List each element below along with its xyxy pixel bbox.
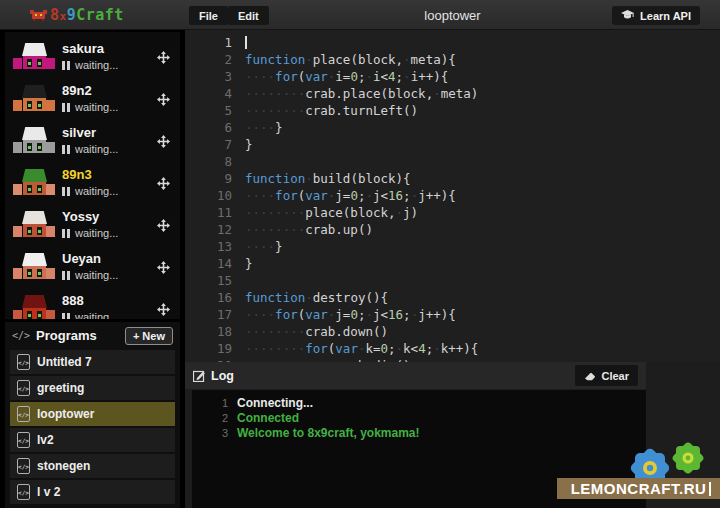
move-agent-icon <box>157 261 170 274</box>
agent-row[interactable]: Yossywaiting... <box>5 205 180 247</box>
line-number: 2 <box>185 51 232 68</box>
clear-log-button[interactable]: Clear <box>575 365 638 386</box>
agent-row[interactable]: Ueyanwaiting... <box>5 247 180 289</box>
code-line: 8 <box>185 153 720 170</box>
agent-status-text: waiting... <box>75 101 118 113</box>
agent-avatar <box>12 84 56 114</box>
top-menu-bar: 8x9Craft File Edit looptower Learn API <box>0 0 720 30</box>
avatar-eye <box>27 311 32 319</box>
code-line: 2function·place(block,·meta){ <box>185 51 720 68</box>
line-number: 13 <box>185 238 232 255</box>
file-code-icon: </> <box>17 380 30 396</box>
agent-status: waiting... <box>62 269 118 281</box>
move-agent-icon <box>157 219 170 232</box>
programs-header: </> Programs + New <box>5 322 180 349</box>
program-list: </>Untitled 7</>greeting</>looptower</>l… <box>5 349 180 504</box>
program-item[interactable]: </>looptower <box>10 402 175 426</box>
avatar-claw <box>46 184 55 195</box>
code-line: 13····} <box>185 238 720 255</box>
code-editor[interactable]: 12function·place(block,·meta){3····for(v… <box>185 30 720 362</box>
learn-api-button[interactable]: Learn API <box>612 6 700 25</box>
agent-row[interactable]: sakurawaiting... <box>5 37 180 79</box>
logo-text: 8x9Craft <box>50 6 124 24</box>
move-agent-button[interactable] <box>157 302 170 315</box>
agent-name: Ueyan <box>62 251 118 266</box>
programs-panel: </> Programs + New </>Untitled 7</>greet… <box>5 322 180 508</box>
program-item[interactable]: </>lv2 <box>10 428 175 452</box>
agent-row[interactable]: 89n3waiting... <box>5 163 180 205</box>
agent-row[interactable]: silverwaiting... <box>5 121 180 163</box>
code-text: ········crab.place(block,·meta) <box>232 85 478 102</box>
program-item-label: lv2 <box>37 433 54 447</box>
move-agent-button[interactable] <box>157 50 170 63</box>
program-item[interactable]: </>l v 2 <box>10 480 175 504</box>
agent-avatar <box>12 210 56 240</box>
move-agent-button[interactable] <box>157 218 170 231</box>
pause-icon <box>62 145 70 154</box>
log-title: Log <box>211 369 234 383</box>
agent-status-text: waiting... <box>75 59 118 71</box>
program-item[interactable]: </>stonegen <box>10 454 175 478</box>
program-item-label: l v 2 <box>37 485 60 499</box>
code-text: } <box>232 136 253 153</box>
agent-status-text: waiting... <box>75 227 118 239</box>
code-text <box>232 153 245 170</box>
avatar-eye <box>27 143 32 151</box>
move-agent-icon <box>157 135 170 148</box>
code-text: } <box>232 255 253 272</box>
move-agent-icon <box>157 51 170 64</box>
log-line-number: 3 <box>192 427 228 439</box>
line-number: 18 <box>185 323 232 340</box>
pause-icon <box>62 271 70 280</box>
graduation-cap-icon <box>621 10 634 21</box>
code-line: 6····} <box>185 119 720 136</box>
avatar-eye <box>37 101 42 109</box>
move-agent-button[interactable] <box>157 134 170 147</box>
avatar-claw <box>13 142 22 153</box>
file-code-icon: </> <box>17 354 30 370</box>
avatar-shell <box>22 295 47 308</box>
code-text: ········crab.down() <box>232 323 388 340</box>
avatar-eye <box>37 269 42 277</box>
line-number: 3 <box>185 68 232 85</box>
line-number: 10 <box>185 187 232 204</box>
agent-status: waiting... <box>62 311 118 319</box>
agent-avatar <box>12 168 56 198</box>
file-code-icon: </> <box>17 484 30 500</box>
avatar-eye <box>27 59 32 67</box>
avatar-shell <box>22 253 47 266</box>
agent-list: sakurawaiting...89n2waiting...silverwait… <box>5 32 180 319</box>
code-text: ····for(var·j=0;·j<16;·j++){ <box>232 187 456 204</box>
program-item-label: stonegen <box>37 459 90 473</box>
avatar-claw <box>13 100 22 111</box>
line-number: 19 <box>185 340 232 357</box>
move-agent-button[interactable] <box>157 176 170 189</box>
code-text: ····for(var·i=0;·i<4;·i++){ <box>232 68 448 85</box>
new-program-button[interactable]: + New <box>125 327 173 345</box>
log-message: Welcome to 8x9craft, yokmama! <box>237 426 420 440</box>
agent-status: waiting... <box>62 227 118 239</box>
avatar-eye <box>37 227 42 235</box>
agent-name: 89n2 <box>62 83 118 98</box>
agent-status: waiting... <box>62 59 118 71</box>
agent-status: waiting... <box>62 185 118 197</box>
clear-log-label: Clear <box>601 370 629 382</box>
code-line: 1 <box>185 34 720 51</box>
agent-info: 888waiting... <box>62 293 118 319</box>
program-item-label: Untitled 7 <box>37 355 92 369</box>
line-number: 16 <box>185 289 232 306</box>
avatar-eye <box>37 311 42 319</box>
agent-row[interactable]: 888waiting... <box>5 289 180 319</box>
log-line-number: 1 <box>192 397 228 409</box>
move-agent-button[interactable] <box>157 260 170 273</box>
agent-row[interactable]: 89n2waiting... <box>5 79 180 121</box>
move-agent-icon <box>157 177 170 190</box>
line-number: 12 <box>185 221 232 238</box>
agent-info: 89n2waiting... <box>62 83 118 113</box>
program-item[interactable]: </>Untitled 7 <box>10 350 175 374</box>
program-item[interactable]: </>greeting <box>10 376 175 400</box>
move-agent-button[interactable] <box>157 92 170 105</box>
agent-avatar <box>12 252 56 282</box>
agent-info: Yossywaiting... <box>62 209 118 239</box>
avatar-shell <box>22 169 47 182</box>
